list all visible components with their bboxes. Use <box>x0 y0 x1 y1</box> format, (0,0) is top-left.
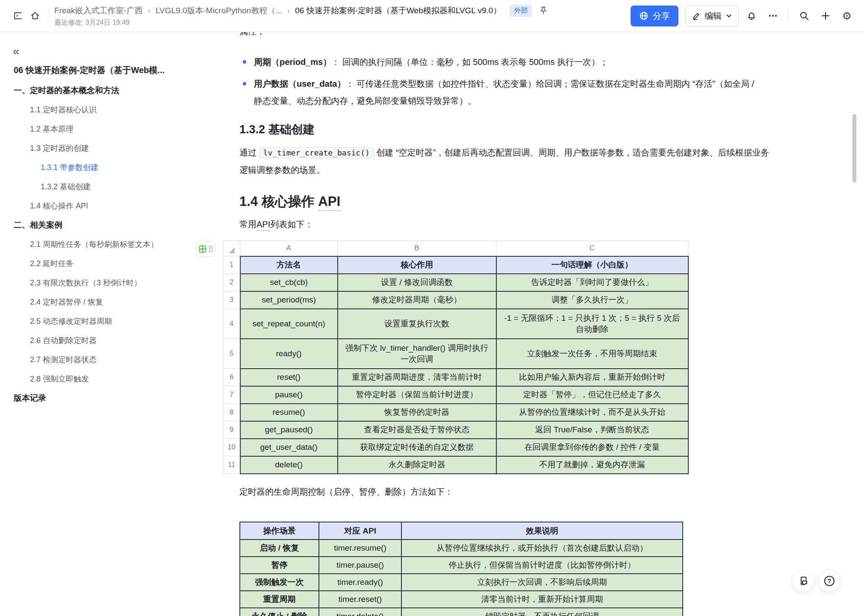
sheet-select-all[interactable] <box>224 241 240 256</box>
home-button[interactable] <box>27 7 44 24</box>
sheet-cell[interactable]: 调整「多久执行一次」 <box>496 291 688 309</box>
sheet-cell[interactable]: 定时器「暂停」，但记住已经走了多久 <box>496 386 688 404</box>
toc-item-2-1[interactable]: 2.1 周期性任务（每秒刷新标签文本） <box>0 235 188 254</box>
breadcrumb-separator-icon: › <box>287 6 290 15</box>
sheet-cell[interactable]: delete() <box>240 456 338 474</box>
search-button[interactable] <box>796 7 813 24</box>
edit-button-label: 编辑 <box>705 10 722 22</box>
toc-item-1-2[interactable]: 1.2 基本原理 <box>0 119 188 138</box>
sheet-row-number[interactable]: 10 <box>224 439 240 456</box>
toc-item-1-1[interactable]: 1.1 定时器核心认识 <box>0 100 188 119</box>
sheet-row-number[interactable]: 3 <box>224 291 240 309</box>
sheet-col-header-a[interactable]: A <box>240 241 338 256</box>
sheet-cell[interactable]: 立刻触发一次任务，不用等周期结束 <box>496 339 688 369</box>
sheet-controls[interactable] <box>196 241 215 257</box>
clipped-paragraph: 属性； <box>239 32 410 42</box>
sheet-row-number[interactable]: 6 <box>224 369 240 386</box>
sheet-cell[interactable]: 查看定时器是否处于暂停状态 <box>338 421 496 439</box>
sheet-row-number[interactable]: 5 <box>224 339 240 369</box>
sheet-cell[interactable]: 在回调里拿到你传的参数 / 控件 / 变量 <box>496 439 688 456</box>
table-cell: 从暂停位置继续执行，或开始执行（首次创建后默认启动） <box>401 540 683 557</box>
new-doc-button[interactable] <box>817 7 834 24</box>
sheet-cell[interactable]: get_paused() <box>240 421 338 439</box>
edit-button[interactable]: 编辑 <box>685 6 739 26</box>
sheet-row-number[interactable]: 4 <box>224 309 240 339</box>
toc-item-1-3[interactable]: 1.3 定时器的创建 <box>0 138 188 158</box>
more-button[interactable] <box>764 7 781 24</box>
pin-button[interactable] <box>539 6 548 15</box>
toc-item-2-4[interactable]: 2.4 定时器暂停 / 恢复 <box>0 292 188 311</box>
bullet-period: 周期（period_ms）： 回调的执行间隔（单位：毫秒，如 500ms 表示每… <box>239 53 782 70</box>
sheet-cell[interactable]: 修改定时器周期（毫秒） <box>338 291 496 309</box>
chevron-down-icon <box>725 12 732 19</box>
lifecycle-caption: 定时器的生命周期控制（启停、暂停、删除）方法如下： <box>239 483 453 500</box>
bullet-dot-icon <box>243 82 246 85</box>
sheet-cell[interactable]: set_period(ms) <box>240 291 338 309</box>
table-cell: 永久停止 / 删除 <box>240 608 319 616</box>
toc-item-1-4[interactable]: 1.4 核心操作 API <box>0 196 188 215</box>
sheet-row-number[interactable]: 7 <box>224 386 240 404</box>
sidebar-toggle-button[interactable] <box>9 7 27 24</box>
doc-feedback-button[interactable] <box>792 569 814 592</box>
sheet-cell[interactable]: 核心作用 <box>338 256 496 274</box>
sheet-row-number[interactable]: 2 <box>224 274 240 291</box>
sheet-col-header-b[interactable]: B <box>338 241 496 256</box>
header-divider <box>48 9 48 23</box>
sheet-cell[interactable]: 永久删除定时器 <box>338 456 496 474</box>
toc-collapse-button[interactable]: « <box>13 44 28 59</box>
sheet-cell[interactable]: 设置重复执行次数 <box>338 309 496 339</box>
settings-button[interactable]: ⚙ <box>838 7 855 24</box>
sheet-row-number[interactable]: 8 <box>224 404 240 421</box>
svg-text:?: ? <box>827 578 831 584</box>
sheet-cell[interactable]: set_repeat_count(n) <box>240 309 338 339</box>
sheet-col-header-c[interactable]: C <box>496 241 688 256</box>
table-header-cell: 操作场景 <box>240 522 319 540</box>
breadcrumb-item-workspace[interactable]: Freak嵌入式工作室-广西 <box>54 5 143 16</box>
sheet-cell[interactable]: 强制下次 lv_timer_handler() 调用时执行一次回调 <box>338 339 496 369</box>
toc-item-2-3[interactable]: 2.3 有限次数执行（3 秒倒计时） <box>0 273 188 292</box>
sheet-cell[interactable]: ready() <box>240 339 338 369</box>
sheet-cell[interactable]: 设置 / 修改回调函数 <box>338 274 496 291</box>
sheet-cell[interactable]: reset() <box>240 369 338 386</box>
toc-item-version-history[interactable]: 版本记录 <box>0 388 188 408</box>
app-window: Freak嵌入式工作室-广西 › LVGL9.0版本-MicroPython教程… <box>0 0 864 616</box>
sheet-cell[interactable]: 告诉定时器「到时间了要做什么」 <box>496 274 688 291</box>
breadcrumb-item-course[interactable]: LVGL9.0版本-MicroPython教程（... <box>156 5 282 16</box>
help-button[interactable]: ? <box>818 569 840 592</box>
paragraph-1-3-2: 通过 lv_timer_create_basic() 创建 “空定时器”，创建后… <box>239 144 774 179</box>
toc-item-2-5[interactable]: 2.5 动态修改定时器周期 <box>0 311 188 331</box>
toc-item-section-2[interactable]: 二、相关案例 <box>0 215 188 235</box>
toc-item-section-1[interactable]: 一、定时器的基本概念和方法 <box>0 81 188 100</box>
toc-item-2-7[interactable]: 2.7 检测定时器状态 <box>0 350 188 369</box>
sheet-cell[interactable]: 从暂停的位置继续计时，而不是从头开始 <box>496 404 688 421</box>
notifications-button[interactable] <box>743 7 760 24</box>
sheet-cell[interactable]: 获取绑定定时传递的自定义数据 <box>338 439 496 456</box>
bullet-text: 周期（period_ms）： 回调的执行间隔（单位：毫秒，如 500ms 表示每… <box>254 53 608 70</box>
sheet-cell[interactable]: resume() <box>240 404 338 421</box>
share-button[interactable]: 分享 <box>631 6 678 26</box>
table-cell: timer.delete() <box>319 608 401 616</box>
sheet-cell[interactable]: 不用了就删掉，避免内存泄漏 <box>496 456 688 474</box>
toc-item-1-3-2[interactable]: 1.3.2 基础创建 <box>0 177 188 196</box>
sheet-cell[interactable]: 恢复暂停的定时器 <box>338 404 496 421</box>
sheet-row-number[interactable]: 1 <box>224 256 240 274</box>
sheet-cell[interactable]: -1 = 无限循环；1 = 只执行 1 次；5 = 执行 5 次后自动删除 <box>496 309 688 339</box>
sheet-cell[interactable]: 暂停定时器（保留当前计时进度） <box>338 386 496 404</box>
sheet-cell[interactable]: pause() <box>240 386 338 404</box>
toc-item-2-6[interactable]: 2.6 自动删除定时器 <box>0 331 188 350</box>
sheet-cell[interactable]: 重置定时器周期进度，清零当前计时 <box>338 369 496 386</box>
sheet-row-number[interactable]: 11 <box>224 456 240 474</box>
sheet-row-number[interactable]: 9 <box>224 421 240 439</box>
sheet-cell[interactable]: 返回 True/False，判断当前状态 <box>496 421 688 439</box>
toc-item-2-8[interactable]: 2.8 强制立即触发 <box>0 369 188 388</box>
sheet-cell[interactable]: set_cb(cb) <box>240 274 338 291</box>
toc-item-1-3-1[interactable]: 1.3.1 带参数创建 <box>0 158 188 177</box>
toc-item-2-2[interactable]: 2.2 延时任务 <box>0 254 188 273</box>
sheet-cell[interactable]: 方法名 <box>240 256 338 274</box>
sheet-cell[interactable]: get_user_data() <box>240 439 338 456</box>
vertical-scrollbar[interactable] <box>852 114 856 182</box>
sheet-cell[interactable]: 比如用户输入新内容后，重新开始倒计时 <box>496 369 688 386</box>
breadcrumb-item-current-doc[interactable]: 06 快速开始案例-定时器（基于Web模拟器和LVGL v9.0） <box>295 5 501 16</box>
sheet-cell[interactable]: 一句话理解（小白版） <box>496 256 688 274</box>
toc-doc-title[interactable]: 06 快速开始案例-定时器（基于Web模... <box>0 59 188 81</box>
